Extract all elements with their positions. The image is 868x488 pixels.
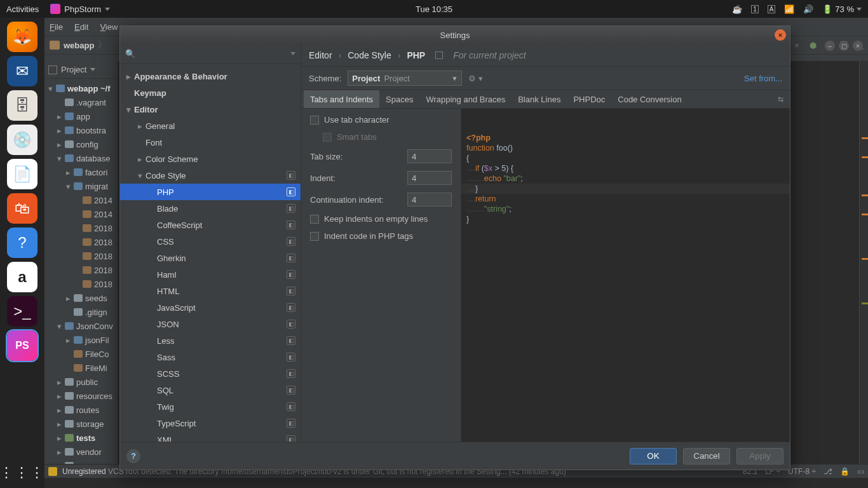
tab-wrapping-and-braces[interactable]: Wrapping and Braces xyxy=(419,90,512,108)
tab-spaces[interactable]: Spaces xyxy=(379,90,419,108)
tab-phpdoc[interactable]: PHPDoc xyxy=(567,90,611,108)
clock[interactable]: Tue 10:35 xyxy=(416,4,452,14)
ok-button[interactable]: OK xyxy=(630,448,677,464)
settings-category-javascript[interactable]: JavaScript◧ xyxy=(120,299,301,316)
gear-icon[interactable]: ⚙ ▾ xyxy=(468,74,483,83)
minimize-button[interactable]: – xyxy=(825,41,835,51)
activities-button[interactable]: Activities xyxy=(6,4,39,14)
dock-amazon[interactable]: a xyxy=(7,262,37,292)
project-tree-node[interactable]: ▸tests xyxy=(44,431,118,445)
close-icon[interactable]: × xyxy=(775,29,786,41)
settings-category-appearance-behavior[interactable]: ▸Appearance & Behavior xyxy=(120,68,301,85)
settings-category-tree[interactable]: ▸Appearance & BehaviorKeymap▾Editor▸Gene… xyxy=(120,64,301,442)
settings-category-coffeescript[interactable]: CoffeeScript◧ xyxy=(120,217,301,233)
project-tree-node[interactable]: 2014 xyxy=(44,207,118,221)
project-tree-node[interactable]: ▾database xyxy=(44,151,118,165)
project-tree-node[interactable]: ▾migrat xyxy=(44,179,118,193)
tab-code-conversion[interactable]: Code Conversion xyxy=(611,90,688,108)
settings-category-xml[interactable]: XML◧ xyxy=(120,431,301,442)
menu-file[interactable]: File xyxy=(50,22,63,32)
keyboard-layout-icon-2[interactable]: A xyxy=(768,5,776,13)
git-branch-icon[interactable]: ⎇ xyxy=(824,467,832,476)
project-tree-node[interactable]: ▸resources xyxy=(44,389,118,403)
tab-tabs-and-indents[interactable]: Tabs and Indents xyxy=(304,90,379,108)
vcs-icon[interactable]: ⬢ xyxy=(810,41,818,50)
lock-icon[interactable]: 🔒 xyxy=(840,467,850,476)
settings-category-sass[interactable]: Sass◧ xyxy=(120,349,301,365)
settings-category-html[interactable]: HTML◧ xyxy=(120,283,301,299)
project-tree-node[interactable]: ▸app xyxy=(44,109,118,123)
settings-category-sql[interactable]: SQL◧ xyxy=(120,382,301,398)
dock-libreoffice[interactable]: 📄 xyxy=(7,159,37,189)
project-tree-node[interactable]: .vagrant xyxy=(44,95,118,109)
project-tree-node[interactable]: ▸factori xyxy=(44,165,118,179)
settings-category-editor[interactable]: ▾Editor xyxy=(120,101,301,118)
battery-indicator[interactable]: 🔋 73 % xyxy=(822,4,862,14)
wifi-icon[interactable]: 📶 xyxy=(784,4,794,14)
dock-thunderbird[interactable]: ✉ xyxy=(7,56,37,86)
cancel-button[interactable]: Cancel xyxy=(683,448,730,464)
dock-help[interactable]: ? xyxy=(7,227,37,258)
project-tree[interactable]: ▾webapp ~/f.vagrant▸app▸bootstra▸config▾… xyxy=(44,79,118,475)
close-button[interactable]: × xyxy=(853,41,863,51)
project-tree-node[interactable]: ▸jsonFil xyxy=(44,333,118,347)
settings-category-font[interactable]: Font xyxy=(120,134,301,151)
project-tree-node[interactable]: ▸vendor xyxy=(44,445,118,459)
project-tab-label[interactable]: Project xyxy=(61,65,86,74)
project-tree-node[interactable]: 2018 xyxy=(44,249,118,263)
settings-search[interactable]: 🔍 xyxy=(120,44,301,64)
settings-category-blade[interactable]: Blade◧ xyxy=(120,200,301,217)
settings-category-typescript[interactable]: TypeScript◧ xyxy=(120,415,301,431)
project-tree-node[interactable]: 2018 xyxy=(44,277,118,291)
app-menu[interactable]: PhpStorm xyxy=(50,4,110,14)
volume-icon[interactable]: 🔊 xyxy=(803,4,813,14)
menu-view[interactable]: View xyxy=(100,22,118,32)
project-tree-node[interactable]: FileCo xyxy=(44,347,118,361)
dialog-title-bar[interactable]: Settings × xyxy=(120,26,790,44)
maximize-button[interactable]: ▢ xyxy=(839,41,849,51)
project-tree-node[interactable]: ▾webapp ~/f xyxy=(44,81,118,95)
settings-search-input[interactable] xyxy=(138,49,290,58)
project-tree-node[interactable]: 2018 xyxy=(44,263,118,277)
stop-icon[interactable]: × xyxy=(794,41,803,50)
settings-category-general[interactable]: ▸General xyxy=(120,118,301,134)
chevron-down-icon[interactable] xyxy=(290,52,295,55)
project-tree-node[interactable]: ▾JsonConv xyxy=(44,319,118,333)
toggle-preview-icon[interactable]: ⇆ xyxy=(778,95,790,104)
coffee-icon[interactable]: ☕ xyxy=(732,4,742,14)
settings-category-json[interactable]: JSON◧ xyxy=(120,316,301,332)
keep-indents-checkbox[interactable]: Keep indents on empty lines xyxy=(310,214,452,224)
indent-code-checkbox[interactable]: Indent code in PHP tags xyxy=(310,231,452,241)
settings-category-scss[interactable]: SCSS◧ xyxy=(120,365,301,382)
tab-size-input[interactable] xyxy=(407,149,452,163)
settings-category-css[interactable]: CSS◧ xyxy=(120,233,301,250)
memory-indicator[interactable]: ▭ xyxy=(857,467,864,476)
settings-category-code-style[interactable]: ▾Code Style◧ xyxy=(120,167,301,184)
set-from-link[interactable]: Set from... xyxy=(744,74,782,83)
dock-files[interactable]: 🗄 xyxy=(7,90,37,121)
breadcrumb-editor[interactable]: Editor xyxy=(309,50,332,60)
project-tree-node[interactable]: ▸seeds xyxy=(44,291,118,305)
project-tree-node[interactable]: ▸config xyxy=(44,137,118,151)
dock-phpstorm[interactable]: PS xyxy=(7,330,37,361)
tab-blank-lines[interactable]: Blank Lines xyxy=(512,90,567,108)
settings-category-gherkin[interactable]: Gherkin◧ xyxy=(120,250,301,266)
menu-edit[interactable]: Edit xyxy=(74,22,88,32)
help-button[interactable]: ? xyxy=(126,449,140,463)
project-tree-node[interactable]: 2018 xyxy=(44,235,118,249)
project-tree-node[interactable]: .gitign xyxy=(44,305,118,319)
dock-terminal[interactable]: >_ xyxy=(7,296,37,327)
project-tree-node[interactable]: 2018 xyxy=(44,221,118,235)
project-tree-node[interactable]: ▸routes xyxy=(44,403,118,417)
dock-firefox[interactable]: 🦊 xyxy=(7,22,37,52)
chevron-down-icon[interactable] xyxy=(90,68,95,71)
warning-icon[interactable] xyxy=(48,467,57,476)
settings-category-php[interactable]: PHP◧ xyxy=(120,184,301,200)
settings-category-keymap[interactable]: Keymap xyxy=(120,85,301,101)
breadcrumb-root[interactable]: webapp xyxy=(64,41,94,50)
editor-marker-bar[interactable] xyxy=(859,61,868,478)
continuation-indent-input[interactable] xyxy=(407,193,452,207)
file-encoding[interactable]: UTF-8 ÷ xyxy=(788,467,816,476)
project-tree-node[interactable]: FileMi xyxy=(44,361,118,375)
apply-button[interactable]: Apply xyxy=(736,448,783,464)
